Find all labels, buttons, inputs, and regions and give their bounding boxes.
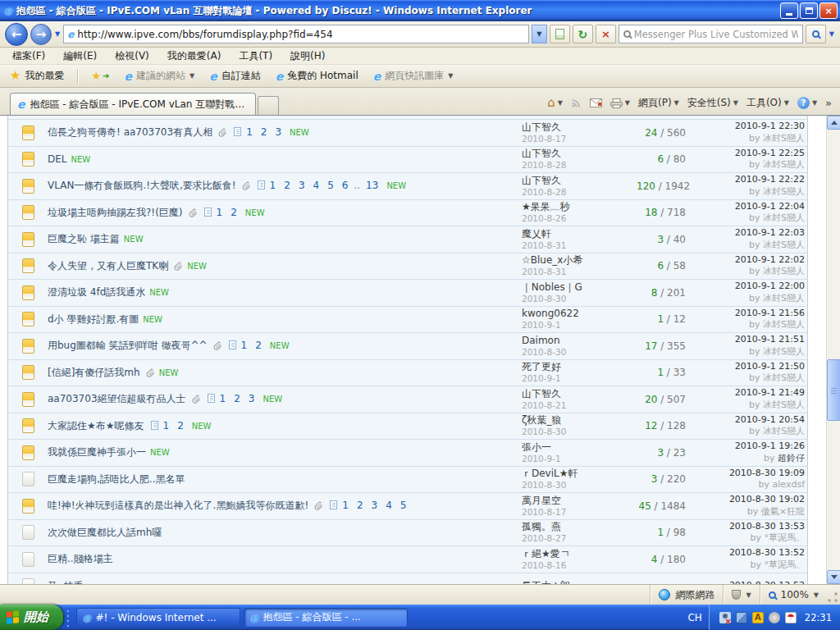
last-post-author[interactable]: 冰封S戀人 [763,186,805,197]
author-link[interactable]: ζ秋葉_狼 [522,414,637,427]
favbar-free-hotmail[interactable]: e 免費的 Hotmail [271,67,363,84]
thread-title-link[interactable]: aa703703絕望信超級冇品人士 [48,393,186,404]
favbar-suggested-sites[interactable]: e 建議的網站 ▼ [120,67,200,84]
last-post-author[interactable]: 冰封S戀人 [763,399,805,410]
page-link[interactable]: 1 [220,393,226,404]
rss-button[interactable] [571,98,582,108]
page-link[interactable]: 1 [270,180,276,191]
thread-title-link[interactable]: 哇!神!火神玩到這樣真的是出神入化了.黑鮑嬌我等你既道歉! [48,500,308,511]
address-input[interactable] [77,29,525,40]
mail-button[interactable] [590,98,602,107]
favorites-button[interactable]: ★ 我的最愛 [5,67,69,84]
messenger-status-icon[interactable] [719,612,731,623]
taskbar-item-2[interactable]: e 抱怨區 - 綜合版區 - ... [244,608,408,628]
thread-title-link[interactable]: 次次做巨魔都比人話mh囉 [48,527,162,538]
last-post-author[interactable]: 冰封S戀人 [763,426,805,436]
tools-menu-button[interactable]: 工具(O)▼ [746,96,789,110]
refresh-button[interactable]: ↻ [573,25,593,43]
menu-tools[interactable]: 工具(T) [230,48,281,65]
page-link[interactable]: 4 [313,180,320,191]
page-link[interactable]: 1 [246,126,253,138]
page-link[interactable]: 1 [342,500,349,511]
favbar-web-slice-gallery[interactable]: e 網頁快訊圖庫 ▼ [368,67,459,84]
page-link[interactable]: 3 [372,500,378,511]
author-link[interactable]: 死了更好 [522,361,637,373]
thread-title-link[interactable]: [信絕]有傻仔話我mh [48,367,140,378]
thread-title-link[interactable]: 巨魔之恥 場主篇 [48,233,120,244]
search-options-dropdown[interactable]: ▼ [829,30,835,38]
thread-title-link[interactable]: 信長之狗哥傳奇! aa703703有真人相 [48,126,212,138]
page-link[interactable]: 1 [217,207,223,218]
page-link[interactable]: 13 [366,180,378,191]
last-post-author[interactable]: alexdsf [773,479,805,490]
antivirus-icon[interactable]: ☂ [785,612,797,623]
search-input[interactable] [634,29,798,40]
page-link[interactable]: 2 [234,393,240,404]
last-post-author[interactable]: 超鈴仔 [778,453,805,463]
stop-button[interactable]: × [596,25,616,43]
alert-icon[interactable]: A [752,612,764,623]
back-button[interactable]: ← [5,23,28,46]
last-post-author[interactable]: 冰封S戀人 [763,212,805,223]
page-link[interactable]: 3 [275,126,281,138]
thread-title-link[interactable]: 澄清垃圾 4fd話我通水 [48,286,145,298]
author-link[interactable]: 山下智久 [522,121,637,134]
close-button[interactable]: × [819,2,838,19]
thread-title-link[interactable]: 巨精..賤格場主 [48,553,113,564]
page-link[interactable]: 1 [163,420,170,431]
last-post-author[interactable]: 冰封S戀人 [763,319,805,330]
address-bar[interactable]: e [63,25,529,43]
menu-edit[interactable]: 編輯(E) [54,48,106,65]
author-link[interactable]: ｒ絕★愛ㄱ [522,548,637,560]
menu-view[interactable]: 檢視(V) [106,48,158,65]
forward-button[interactable]: → [30,24,52,45]
author-link[interactable]: kwong0622 [522,308,637,320]
author-link[interactable]: ｜Nobles｜G [522,281,637,294]
last-post-author[interactable]: 冰封S戀人 [763,293,805,304]
compatibility-view-button[interactable] [550,25,570,43]
page-menu-button[interactable]: 網頁(P)▼ [638,96,679,110]
menu-file[interactable]: 檔案(F) [3,48,54,65]
scrollbar-thumb[interactable] [827,359,840,421]
author-link[interactable]: ｒDeviL★軒 [522,468,637,480]
menu-favorites[interactable]: 我的最愛(A) [158,48,231,65]
restore-button[interactable] [800,2,818,19]
scroll-down-button[interactable] [827,570,840,584]
tab-active[interactable]: e 抱怨區 - 綜合版區 - IPvE.COM vLan 互聯對戰論壇... [10,93,256,115]
thread-title-link[interactable]: DEL [48,153,67,165]
volume-icon[interactable] [769,612,780,623]
author-link[interactable]: 長不大★朗 [522,580,637,584]
language-indicator[interactable]: CH [681,612,708,623]
author-link[interactable]: 山下智久 [522,175,637,187]
page-link[interactable]: 2 [261,126,267,138]
help-button[interactable]: ?▼ [797,97,817,109]
page-link[interactable]: 2 [255,340,262,351]
thread-title-link[interactable]: 用bug圖都輸 笑話到咩咁 徹夜哥^^ [48,340,208,351]
address-dropdown[interactable]: ▼ [532,25,547,43]
author-link[interactable]: Daimon [522,335,637,347]
page-link[interactable]: 6 [342,180,349,191]
author-link[interactable]: ☆Blue_x小希 [522,254,637,267]
last-post-author[interactable]: 冰封S戀人 [763,346,805,357]
last-post-author[interactable]: 冰封S戀人 [763,159,805,170]
last-post-author[interactable]: 冰封S戀人 [763,266,805,276]
favbar-custom-links[interactable]: e 自訂連結 [204,67,266,84]
page-link[interactable]: 2 [177,420,184,431]
author-link[interactable]: ★呆呆﹏秒 [522,201,637,213]
thread-title-link[interactable]: VLAN一條冇食飯既狗.!大聲吠,要求比飯食! [48,180,236,191]
thread-title-link[interactable]: 垃圾場主唔夠抽踢左我?!(巨魔) [48,207,183,218]
author-link[interactable]: 張小一 [522,441,637,454]
thread-title-link[interactable]: 大家認住★布★呢條友 [48,420,144,431]
last-post-author[interactable]: 冰封S戀人 [763,133,805,144]
page-link[interactable]: 5 [400,500,407,511]
vertical-scrollbar[interactable] [826,116,840,584]
thread-title-link[interactable]: d小 學雞好討厭.有圖 [48,313,139,325]
page-link[interactable]: 4 [386,500,392,511]
author-link[interactable]: 孤獨。燕 [522,521,637,533]
page-link[interactable]: 2 [231,207,237,218]
home-button[interactable]: ⌂▼ [547,97,563,109]
last-post-author[interactable]: 冰封S戀人 [763,372,805,383]
page-link[interactable]: 2 [284,180,290,191]
last-post-author[interactable]: 冰封S戀人 [763,240,805,250]
search-box[interactable] [619,25,803,43]
